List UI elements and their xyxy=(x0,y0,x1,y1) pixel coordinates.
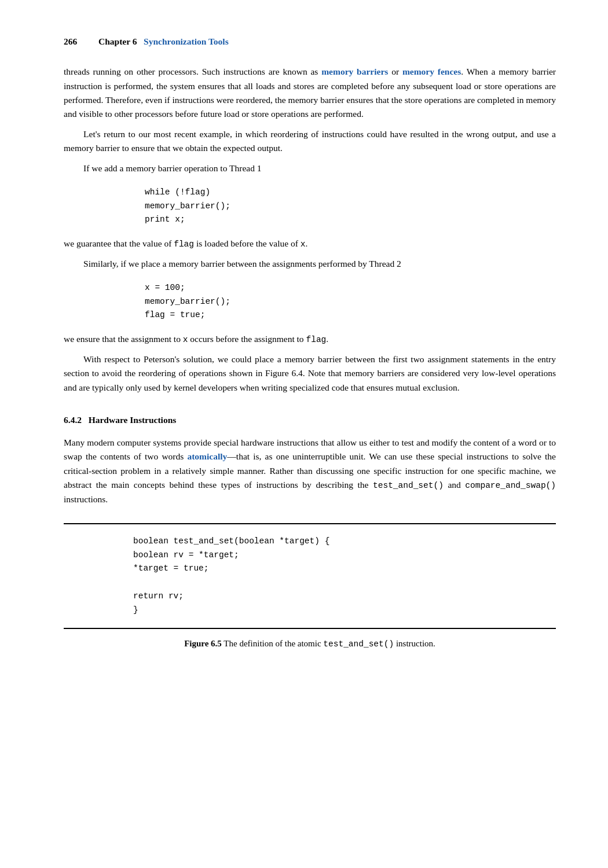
body-content: threads running on other processors. Suc… xyxy=(64,65,556,651)
compare-and-swap-inline: compare_and_swap() xyxy=(465,481,556,490)
figure-code-line-1: boolean test_and_set(boolean *target) { xyxy=(133,535,556,549)
code-line-1: while (!flag) xyxy=(145,186,556,199)
page-header: 266 Chapter 6 Synchronization Tools xyxy=(64,35,556,49)
test-and-set-inline: test_and_set() xyxy=(373,481,444,490)
paragraph-8: Many modern computer systems provide spe… xyxy=(64,436,556,507)
paragraph-2: Let's return to our most recent example,… xyxy=(64,127,556,156)
code-block-1: while (!flag) memory_barrier(); print x; xyxy=(145,186,556,226)
memory-fences-link[interactable]: memory fences xyxy=(402,67,461,76)
figure-code-line-2: boolean rv = *target; xyxy=(133,549,556,562)
page-number: 266 xyxy=(64,35,81,49)
flag-code-inline-1: flag xyxy=(174,240,194,249)
x-code-inline-1: x xyxy=(301,240,306,249)
figure-code-line-4 xyxy=(133,576,556,590)
code-line-2: memory_barrier(); xyxy=(145,200,556,213)
figure-code-line-5: return rv; xyxy=(133,590,556,604)
code2-line-2: memory_barrier(); xyxy=(145,295,556,308)
figure-caption-label: Figure 6.5 xyxy=(184,639,222,648)
code-line-3: print x; xyxy=(145,213,556,226)
paragraph-7: With respect to Peterson's solution, we … xyxy=(64,352,556,395)
code-block-2: x = 100; memory_barrier(); flag = true; xyxy=(145,281,556,322)
paragraph-3: If we add a memory barrier operation to … xyxy=(64,161,556,175)
figure-code-line-6: } xyxy=(133,604,556,617)
chapter-title-link[interactable]: Synchronization Tools xyxy=(144,36,229,46)
figure-65-code: boolean test_and_set(boolean *target) { … xyxy=(133,535,556,618)
code2-line-1: x = 100; xyxy=(145,281,556,295)
paragraph-5: Similarly, if we place a memory barrier … xyxy=(64,257,556,271)
memory-barriers-link[interactable]: memory barriers xyxy=(321,67,388,76)
page: 266 Chapter 6 Synchronization Tools thre… xyxy=(0,0,608,868)
figure-65-caption: Figure 6.5 The definition of the atomic … xyxy=(64,637,556,651)
paragraph-4: we guarantee that the value of flag is l… xyxy=(64,237,556,251)
atomically-link[interactable]: atomically xyxy=(187,451,227,461)
paragraph-1: threads running on other processors. Suc… xyxy=(64,65,556,122)
chapter-label: Chapter 6 Synchronization Tools xyxy=(98,35,229,49)
figure-code-line-3: *target = true; xyxy=(133,562,556,576)
figure-65-box: boolean test_and_set(boolean *target) { … xyxy=(64,523,556,630)
section-heading-642: 6.4.2 Hardware Instructions xyxy=(64,413,556,427)
code2-line-3: flag = true; xyxy=(145,308,556,322)
figure-caption-code: test_and_set() xyxy=(323,639,394,649)
paragraph-6: we ensure that the assignment to x occur… xyxy=(64,332,556,347)
flag-code-inline-2: flag xyxy=(306,335,327,344)
